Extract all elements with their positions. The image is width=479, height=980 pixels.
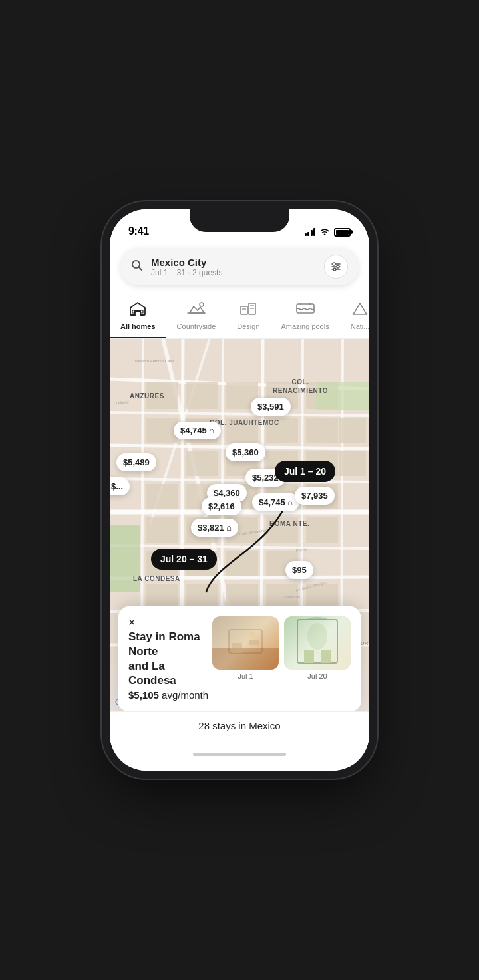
tab-all-homes[interactable]: All homes — [110, 296, 166, 338]
svg-rect-38 — [186, 382, 218, 409]
svg-rect-72 — [110, 525, 140, 592]
design-icon — [240, 301, 257, 320]
date-pin-jul20-31[interactable]: Jul 20 – 31 — [151, 549, 217, 570]
home-indicator — [193, 753, 286, 756]
card-image-jul1[interactable]: Jul 1 — [212, 616, 279, 680]
date-pin-jul1-20[interactable]: Jul 1 – 20 — [275, 461, 335, 482]
search-dates: Jul 1 – 31 · 2 guests — [151, 268, 316, 277]
card-price: $5,105 avg/month — [128, 689, 212, 701]
svg-rect-37 — [146, 382, 178, 409]
svg-rect-90 — [249, 640, 259, 645]
svg-rect-61 — [266, 517, 298, 543]
price-pin-4745b[interactable]: $4,745 ⌂ — [252, 493, 299, 511]
tab-countryside-label: Countryside — [177, 322, 216, 330]
tab-all-homes-label: All homes — [120, 322, 156, 330]
stays-count-text: 28 stays in Mexico — [198, 720, 280, 731]
svg-line-26 — [110, 577, 369, 578]
wifi-icon — [319, 227, 330, 237]
svg-point-7 — [333, 268, 336, 271]
tab-national[interactable]: Nati... — [340, 296, 369, 338]
svg-point-95 — [307, 623, 327, 650]
map-area[interactable]: C. Maestro Antonio Caso Leibnitz Río Mis… — [110, 339, 369, 711]
tab-countryside[interactable]: Countryside — [166, 296, 227, 338]
svg-rect-11 — [241, 306, 247, 314]
card-image-jul1-label: Jul 1 — [238, 672, 253, 680]
svg-rect-58 — [146, 517, 178, 543]
card-title: Stay in Roma Norteand La Condesa — [128, 630, 212, 688]
search-text: Mexico City Jul 1 – 31 · 2 guests — [151, 257, 316, 277]
tab-design-label: Design — [237, 322, 259, 330]
stays-count-bar: 28 stays in Mexico — [110, 711, 369, 737]
svg-point-91 — [249, 631, 255, 638]
category-tabs: All homes Countryside — [110, 293, 369, 339]
card-image-jul20-label: Jul 20 — [307, 672, 327, 680]
countryside-icon — [187, 301, 206, 320]
national-icon — [351, 301, 369, 320]
svg-rect-44 — [226, 418, 258, 443]
price-pin-95[interactable]: $95 — [285, 561, 313, 579]
card-image-jul20[interactable]: Jul 20 — [284, 616, 351, 680]
svg-rect-47 — [339, 418, 366, 443]
svg-line-1 — [139, 267, 142, 271]
phone-frame: 9:41 — [110, 209, 369, 771]
svg-point-6 — [337, 265, 339, 268]
price-pin-7935[interactable]: $7,935 — [295, 487, 335, 505]
svg-rect-94 — [321, 650, 331, 663]
amazing-pools-icon — [295, 301, 315, 320]
svg-rect-46 — [306, 418, 338, 443]
search-icon — [131, 259, 143, 274]
status-icons — [305, 227, 351, 237]
stay-info-card: × Stay in Roma Norteand La Condesa $5,10… — [118, 606, 361, 711]
svg-rect-52 — [339, 451, 366, 476]
filter-button[interactable] — [324, 255, 348, 279]
signal-icon — [305, 228, 316, 236]
tab-national-label: Nati... — [351, 322, 369, 330]
svg-point-5 — [333, 263, 335, 265]
search-location: Mexico City — [151, 257, 316, 268]
svg-rect-62 — [306, 517, 338, 543]
price-pin-5489[interactable]: $5,489 — [116, 453, 156, 471]
svg-rect-89 — [232, 643, 242, 653]
search-bar-container: Mexico City Jul 1 – 31 · 2 guests — [110, 243, 369, 293]
battery-icon — [334, 228, 351, 237]
search-bar[interactable]: Mexico City Jul 1 – 31 · 2 guests — [120, 248, 359, 285]
svg-text:Guanajuato: Guanajuato — [283, 595, 300, 599]
svg-rect-74 — [316, 382, 369, 410]
svg-rect-53 — [146, 484, 178, 509]
tab-amazing-pools[interactable]: Amazing pools — [271, 296, 340, 338]
card-close-button[interactable]: × — [128, 616, 212, 628]
status-time: 9:41 — [128, 225, 149, 237]
price-pin-5360[interactable]: $5,360 — [226, 443, 265, 461]
svg-point-10 — [200, 303, 204, 306]
card-images: Jul 1 — [212, 616, 351, 680]
svg-text:C. Maestro Antonio Caso: C. Maestro Antonio Caso — [130, 359, 174, 363]
price-pin-partial[interactable]: $... — [110, 477, 130, 495]
svg-rect-48 — [186, 451, 218, 476]
svg-rect-93 — [304, 650, 314, 663]
bottom-bar — [110, 737, 369, 771]
tab-design[interactable]: Design — [226, 296, 270, 338]
price-pin-4745a[interactable]: $4,745 ⌂ — [174, 422, 221, 439]
price-pin-3821[interactable]: $3,821 ⌂ — [191, 519, 238, 537]
tab-amazing-pools-label: Amazing pools — [281, 322, 329, 330]
price-pin-2616[interactable]: $2,616 — [202, 497, 241, 515]
all-homes-icon — [129, 301, 146, 320]
svg-rect-65 — [226, 551, 258, 576]
svg-rect-45 — [266, 418, 298, 443]
price-pin-3591[interactable]: $3,591 — [251, 398, 291, 416]
notch — [190, 209, 289, 232]
